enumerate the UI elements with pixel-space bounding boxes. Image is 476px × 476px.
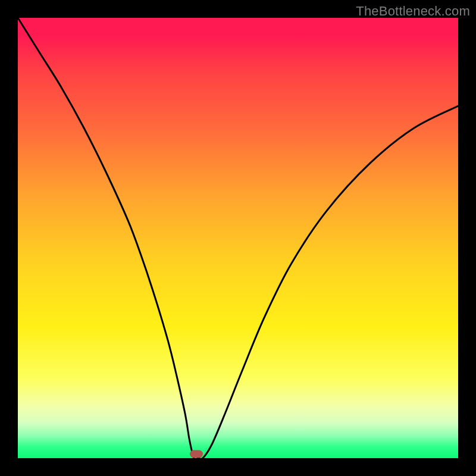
background-gradient: [18, 18, 458, 458]
plot-area: [18, 18, 458, 458]
watermark-text: TheBottleneck.com: [356, 4, 470, 19]
optimal-marker: [190, 450, 203, 458]
chart-frame: TheBottleneck.com: [0, 0, 476, 476]
